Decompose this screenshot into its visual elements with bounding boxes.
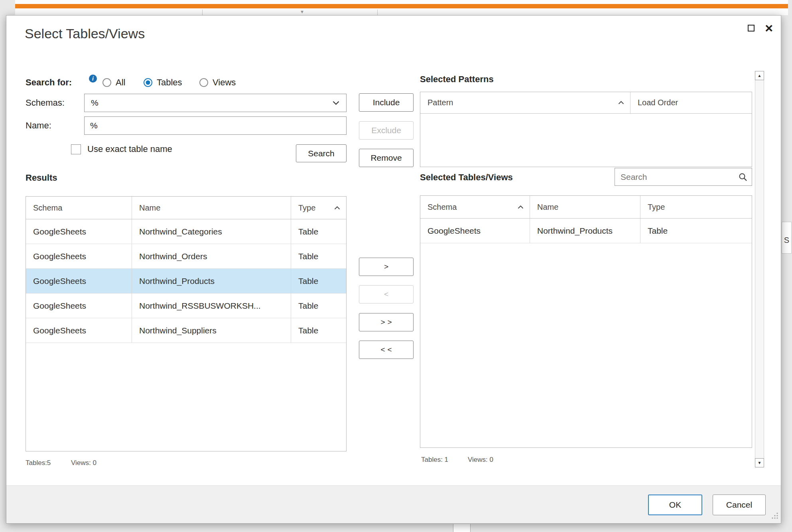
cell-name: Northwind_Suppliers (132, 318, 291, 343)
selected-tables-heading: Selected Tables/Views (420, 172, 513, 183)
cell-type: Table (640, 219, 752, 243)
selected-tables-table: Schema Name Type GoogleSheets Northwind_… (420, 195, 752, 448)
cell-schema: GoogleSheets (420, 219, 530, 243)
exclude-button[interactable]: Exclude (359, 121, 414, 140)
dialog-title: Select Tables/Views (25, 26, 145, 41)
background-app-strip: ▾ (15, 0, 788, 15)
cell-name: Northwind_RSSBUSWORKSH... (132, 294, 291, 318)
selected-tables-row[interactable]: GoogleSheets Northwind_Products Table (420, 219, 752, 243)
radio-circle-icon[interactable] (199, 78, 208, 87)
background-divider (377, 10, 378, 15)
ok-button[interactable]: OK (648, 495, 702, 515)
selected-views-count: Views: 0 (468, 456, 493, 464)
results-row[interactable]: GoogleSheets Northwind_Orders Table (26, 244, 346, 269)
exact-table-name-label: Use exact table name (87, 144, 172, 154)
scroll-down-button[interactable]: ▼ (755, 458, 764, 467)
cell-type: Table (291, 294, 346, 318)
cell-type: Table (291, 318, 346, 343)
search-input[interactable] (615, 168, 752, 185)
results-row[interactable]: GoogleSheets Northwind_Categories Table (26, 219, 346, 244)
patterns-header-pattern[interactable]: Pattern (420, 92, 630, 113)
radio-tables[interactable]: Tables (144, 78, 182, 87)
scroll-up-icon: ▲ (758, 73, 762, 78)
results-views-count: Views: 0 (71, 459, 97, 467)
remove-selected-button[interactable]: < (359, 285, 414, 303)
vertical-scrollbar[interactable]: ▲ ▼ (755, 71, 764, 467)
remove-all-button[interactable]: << (359, 341, 414, 359)
selected-header-name-label: Name (537, 203, 558, 212)
cell-schema: GoogleSheets (26, 294, 132, 318)
patterns-header-load-order-label: Load Order (638, 98, 678, 107)
results-tables-count: Tables:5 (26, 459, 51, 467)
close-icon[interactable]: × (765, 23, 773, 33)
selected-tables-search (615, 168, 752, 186)
selected-header-type[interactable]: Type (640, 196, 752, 218)
checkbox-icon[interactable] (71, 144, 81, 154)
radio-circle-icon[interactable] (144, 78, 152, 87)
include-button[interactable]: Include (359, 93, 414, 112)
sort-asc-icon (330, 206, 341, 210)
results-header-type-label: Type (298, 203, 315, 213)
results-row[interactable]: GoogleSheets Northwind_Suppliers Table (26, 318, 346, 343)
resize-grip[interactable] (771, 512, 779, 521)
patterns-header-pattern-label: Pattern (428, 98, 453, 107)
window-controls: × (748, 22, 773, 34)
cell-type: Table (291, 244, 346, 268)
selected-tables-header: Schema Name Type (420, 196, 752, 219)
patterns-header-load-order[interactable]: Load Order (630, 92, 752, 113)
remove-button[interactable]: Remove (359, 149, 414, 167)
background-splitter (453, 524, 471, 532)
cell-name: Northwind_Categories (132, 219, 291, 244)
exact-table-name-checkbox[interactable]: Use exact table name (71, 144, 172, 154)
results-header-name[interactable]: Name (132, 197, 291, 219)
radio-all[interactable]: All (102, 78, 125, 87)
cell-schema: GoogleSheets (26, 244, 132, 268)
results-header-schema[interactable]: Schema (26, 197, 132, 219)
results-header-type[interactable]: Type (291, 197, 346, 219)
selected-header-type-label: Type (648, 203, 665, 212)
add-all-button[interactable]: >> (359, 313, 414, 331)
schemas-select[interactable]: % (84, 94, 347, 112)
cancel-button[interactable]: Cancel (713, 495, 766, 515)
name-label: Name: (26, 120, 51, 131)
radio-all-label: All (116, 77, 125, 88)
cell-name: Northwind_Products (530, 219, 640, 243)
cell-type: Table (291, 219, 346, 244)
maximize-icon[interactable] (748, 25, 755, 32)
background-partial-text: S (784, 236, 789, 244)
results-row[interactable]: GoogleSheets Northwind_RSSBUSWORKSH... T… (26, 294, 346, 318)
cell-name: Northwind_Products (132, 269, 291, 293)
search-icon[interactable] (738, 172, 748, 182)
chevron-down-icon (332, 100, 340, 105)
scroll-up-button[interactable]: ▲ (755, 71, 764, 80)
selected-patterns-header: Pattern Load Order (420, 92, 752, 114)
cell-type: Table (291, 269, 346, 293)
cell-schema: GoogleSheets (26, 219, 132, 244)
selected-header-schema[interactable]: Schema (420, 196, 530, 218)
results-header-schema-label: Schema (33, 203, 62, 213)
search-for-label: Search for: (26, 77, 72, 88)
scroll-down-icon: ▼ (758, 461, 762, 465)
radio-views[interactable]: Views (199, 78, 236, 87)
cell-name: Northwind_Orders (132, 244, 291, 268)
results-heading: Results (26, 173, 57, 183)
radio-views-label: Views (213, 77, 236, 88)
schemas-label: Schemas: (26, 98, 65, 108)
radio-circle-icon[interactable] (102, 78, 111, 87)
sort-asc-icon (614, 100, 625, 105)
select-tables-views-dialog: Select Tables/Views × Search for: i All … (6, 15, 781, 524)
name-input[interactable] (84, 116, 347, 135)
add-selected-button[interactable]: > (359, 258, 414, 276)
selected-patterns-table: Pattern Load Order (420, 92, 752, 167)
info-icon: i (89, 75, 97, 83)
selected-header-name[interactable]: Name (530, 196, 640, 218)
radio-tables-label: Tables (157, 77, 182, 88)
background-accent-bar (15, 4, 788, 8)
cell-schema: GoogleSheets (26, 318, 132, 343)
search-button[interactable]: Search (296, 144, 347, 162)
results-header-name-label: Name (139, 203, 160, 213)
schemas-select-value: % (91, 98, 99, 108)
results-row-selected[interactable]: GoogleSheets Northwind_Products Table (26, 269, 346, 294)
results-table-header: Schema Name Type (26, 197, 346, 219)
selected-patterns-heading: Selected Patterns (420, 74, 494, 85)
